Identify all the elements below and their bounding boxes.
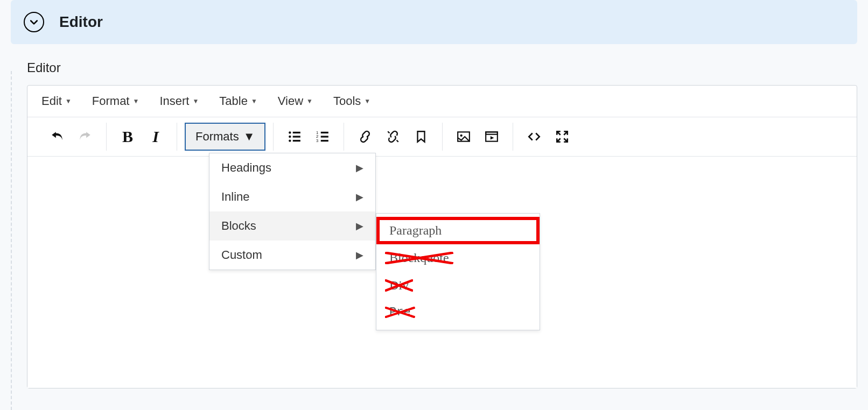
- bookmark-icon: [414, 130, 428, 144]
- crossed-label: Pre: [389, 306, 411, 319]
- toolbar-group-links: [344, 123, 442, 151]
- formats-dropdown-menu: Headings ▶ Inline ▶ Blocks ▶ Custom ▶: [209, 153, 376, 270]
- rich-text-editor: Edit ▼ Format ▼ Insert ▼ Table ▼ View ▼ …: [27, 85, 857, 388]
- italic-button[interactable]: I: [146, 128, 165, 146]
- menu-edit-label: Edit: [41, 94, 62, 108]
- menu-tools[interactable]: Tools ▼: [331, 92, 373, 110]
- insert-media-button[interactable]: [482, 128, 501, 146]
- media-icon: [485, 130, 499, 144]
- toolbar-group-lists: 1 2 3: [274, 123, 344, 151]
- image-icon: [457, 130, 471, 144]
- editor-menubar: Edit ▼ Format ▼ Insert ▼ Table ▼ View ▼ …: [27, 86, 857, 117]
- menu-view[interactable]: View ▼: [276, 92, 315, 110]
- chevron-right-icon: ▶: [356, 220, 363, 232]
- formats-label: Formats: [195, 130, 239, 144]
- blocks-item-blockquote[interactable]: Blockquote: [376, 244, 540, 272]
- bulleted-list-button[interactable]: [285, 128, 304, 146]
- svg-rect-17: [486, 132, 498, 134]
- chevron-right-icon: ▶: [356, 191, 363, 203]
- collapse-toggle[interactable]: [24, 12, 44, 32]
- outline-dashed-border: [11, 71, 12, 410]
- menu-format-label: Format: [92, 94, 130, 108]
- toolbar-group-code: [513, 123, 583, 151]
- svg-line-12: [388, 131, 390, 133]
- bulleted-list-icon: [288, 130, 302, 144]
- blocks-item-label: Div: [389, 278, 409, 292]
- redo-icon: [78, 130, 92, 144]
- caret-down-icon: ▼: [133, 97, 139, 105]
- svg-point-0: [289, 131, 291, 133]
- anchor-button[interactable]: [412, 128, 430, 146]
- menu-table-label: Table: [219, 94, 248, 108]
- blocks-submenu: Paragraph Blockquote Div: [376, 213, 540, 330]
- toolbar-group-media: [443, 123, 513, 151]
- numbered-list-button[interactable]: 1 2 3: [313, 128, 332, 146]
- caret-down-icon: ▼: [243, 130, 255, 144]
- crossed-label: Blockquote: [389, 251, 449, 265]
- blocks-item-div[interactable]: Div: [376, 272, 540, 299]
- formats-dropdown-button[interactable]: Formats ▼: [185, 123, 265, 151]
- blocks-item-paragraph[interactable]: Paragraph: [376, 217, 540, 244]
- insert-image-button[interactable]: [454, 128, 473, 146]
- italic-icon: I: [152, 128, 159, 146]
- formats-item-label: Inline: [221, 190, 250, 204]
- formats-item-inline[interactable]: Inline ▶: [209, 182, 375, 211]
- svg-rect-5: [293, 140, 300, 142]
- undo-icon: [50, 130, 64, 144]
- bold-icon: B: [122, 128, 133, 146]
- remove-link-button[interactable]: [384, 128, 402, 146]
- blocks-item-pre[interactable]: Pre: [376, 299, 540, 326]
- menu-tools-label: Tools: [333, 94, 361, 108]
- formats-item-label: Blocks: [221, 219, 256, 233]
- formats-item-blocks[interactable]: Blocks ▶: [209, 211, 375, 241]
- formats-item-label: Custom: [221, 248, 262, 262]
- editor-toolbar: B I Formats ▼: [27, 117, 857, 157]
- svg-rect-1: [293, 132, 300, 133]
- accordion-header[interactable]: Editor: [11, 0, 857, 44]
- caret-down-icon: ▼: [192, 97, 199, 105]
- chevron-right-icon: ▶: [356, 162, 363, 174]
- svg-rect-9: [321, 136, 328, 137]
- chevron-right-icon: ▶: [356, 249, 363, 261]
- svg-text:3: 3: [317, 138, 319, 143]
- toolbar-group-formats: Formats ▼: [177, 123, 273, 151]
- menu-insert[interactable]: Insert ▼: [157, 92, 201, 110]
- editor-label: Editor: [27, 60, 857, 75]
- menu-view-label: View: [278, 94, 303, 108]
- svg-rect-7: [321, 132, 328, 133]
- toolbar-group-history: [36, 123, 106, 151]
- crossed-label: Div: [389, 278, 409, 293]
- svg-point-2: [289, 136, 291, 138]
- fullscreen-button[interactable]: [553, 128, 571, 146]
- link-icon: [358, 130, 372, 144]
- formats-item-label: Headings: [221, 161, 271, 175]
- menu-edit[interactable]: Edit ▼: [39, 92, 74, 110]
- toolbar-group-text: B I: [107, 123, 177, 151]
- caret-down-icon: ▼: [65, 97, 72, 105]
- svg-rect-11: [321, 140, 328, 142]
- svg-rect-3: [293, 136, 300, 137]
- chevron-down-icon: [29, 17, 39, 27]
- editor-section: Editor Edit ▼ Format ▼ Insert ▼ Table ▼ …: [27, 60, 857, 388]
- fullscreen-icon: [555, 130, 569, 144]
- menu-insert-label: Insert: [159, 94, 189, 108]
- blocks-item-label: Pre: [389, 306, 411, 319]
- svg-point-15: [460, 135, 463, 137]
- numbered-list-icon: 1 2 3: [316, 130, 330, 144]
- formats-item-headings[interactable]: Headings ▶: [209, 153, 375, 182]
- undo-button[interactable]: [48, 128, 66, 146]
- svg-line-13: [397, 140, 398, 142]
- svg-point-4: [289, 139, 291, 142]
- bold-button[interactable]: B: [118, 128, 137, 146]
- menu-table[interactable]: Table ▼: [217, 92, 259, 110]
- caret-down-icon: ▼: [306, 97, 313, 105]
- blocks-item-label: Paragraph: [389, 223, 442, 237]
- menu-format[interactable]: Format ▼: [90, 92, 142, 110]
- accordion-title: Editor: [59, 13, 103, 31]
- source-code-button[interactable]: [525, 128, 543, 146]
- code-icon: [527, 130, 541, 144]
- formats-item-custom[interactable]: Custom ▶: [209, 241, 375, 270]
- redo-button[interactable]: [76, 128, 94, 146]
- caret-down-icon: ▼: [251, 97, 257, 105]
- insert-link-button[interactable]: [356, 128, 374, 146]
